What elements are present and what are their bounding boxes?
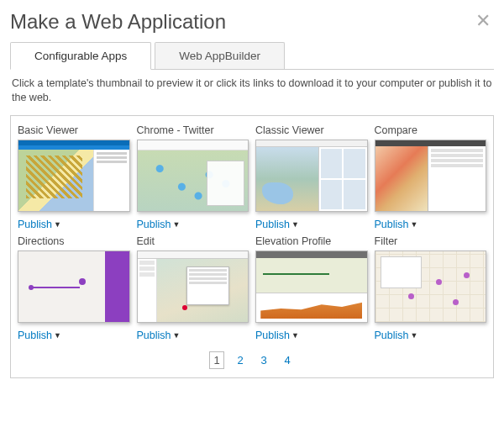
tab-configurable-apps[interactable]: Configurable Apps [10, 42, 151, 70]
publish-link[interactable]: Publish ▼ [255, 330, 368, 341]
template-title: Compare [375, 124, 487, 136]
publish-label: Publish [137, 330, 171, 341]
caret-down-icon: ▼ [54, 220, 61, 229]
template-title: Classic Viewer [255, 124, 368, 136]
publish-link[interactable]: Publish ▼ [255, 219, 368, 230]
publish-link[interactable]: Publish ▼ [375, 219, 487, 230]
caret-down-icon: ▼ [54, 331, 61, 340]
template-thumbnail[interactable] [375, 140, 487, 212]
template-card-compare: Compare Publish ▼ [375, 124, 487, 230]
tabs: Configurable Apps Web AppBuilder [10, 42, 494, 70]
publish-label: Publish [255, 219, 290, 230]
template-card-elevation-profile: Elevation Profile Publish ▼ [255, 235, 368, 341]
template-gallery: Basic Viewer Publish ▼ Chrome - Twitter … [10, 115, 494, 378]
publish-label: Publish [255, 330, 290, 341]
template-title: Elevation Profile [255, 235, 368, 247]
template-card-edit: Edit Publish ▼ [137, 235, 249, 341]
template-title: Basic Viewer [18, 124, 130, 136]
publish-link[interactable]: Publish ▼ [137, 330, 249, 341]
template-thumbnail[interactable] [375, 251, 487, 323]
template-title: Directions [18, 235, 130, 247]
template-card-classic-viewer: Classic Viewer Publish ▼ [255, 124, 368, 230]
caret-down-icon: ▼ [411, 331, 418, 340]
publish-link[interactable]: Publish ▼ [18, 219, 130, 230]
template-thumbnail[interactable] [18, 140, 130, 212]
page-1: 1 [209, 351, 224, 369]
caret-down-icon: ▼ [411, 220, 418, 229]
publish-link[interactable]: Publish ▼ [137, 219, 249, 230]
template-thumbnail[interactable] [137, 251, 249, 323]
template-thumbnail[interactable] [255, 251, 368, 323]
publish-label: Publish [375, 330, 409, 341]
caret-down-icon: ▼ [291, 220, 299, 229]
template-card-directions: Directions Publish ▼ [18, 235, 130, 341]
template-card-basic-viewer: Basic Viewer Publish ▼ [18, 124, 130, 230]
dialog-title: Make a Web Application [10, 10, 226, 34]
publish-label: Publish [137, 219, 171, 230]
template-thumbnail[interactable] [255, 140, 368, 212]
template-thumbnail[interactable] [137, 140, 249, 212]
instructions-text: Click a template's thumbnail to preview … [12, 76, 492, 105]
publish-link[interactable]: Publish ▼ [18, 330, 130, 341]
template-thumbnail[interactable] [18, 251, 130, 323]
template-title: Filter [375, 235, 487, 247]
tab-web-appbuilder[interactable]: Web AppBuilder [155, 42, 285, 69]
page-3[interactable]: 3 [256, 352, 271, 368]
template-title: Chrome - Twitter [137, 124, 249, 136]
page-4[interactable]: 4 [280, 352, 295, 368]
page-2[interactable]: 2 [233, 352, 248, 368]
publish-label: Publish [18, 330, 52, 341]
publish-label: Publish [18, 219, 52, 230]
publish-label: Publish [375, 219, 409, 230]
close-icon[interactable]: ✕ [472, 10, 494, 32]
caret-down-icon: ▼ [291, 331, 299, 340]
pagination: 1 2 3 4 [18, 351, 486, 369]
template-card-chrome-twitter: Chrome - Twitter Publish ▼ [137, 124, 249, 230]
template-card-filter: Filter Publish ▼ [375, 235, 487, 341]
template-title: Edit [137, 235, 249, 247]
publish-link[interactable]: Publish ▼ [375, 330, 487, 341]
caret-down-icon: ▼ [173, 331, 181, 340]
caret-down-icon: ▼ [173, 220, 181, 229]
